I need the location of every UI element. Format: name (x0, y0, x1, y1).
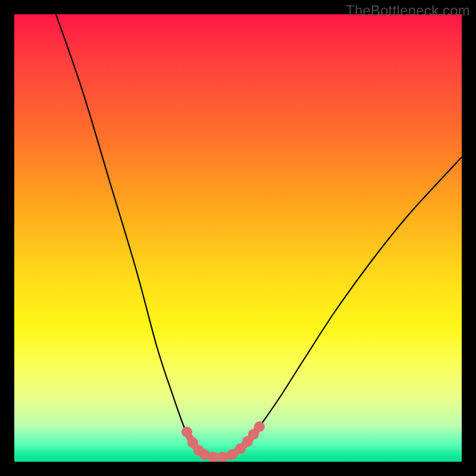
highlight-dot (181, 427, 192, 437)
bottleneck-curve (56, 14, 462, 458)
chart-plot-area (14, 14, 462, 462)
chart-svg (14, 14, 462, 462)
watermark-text: TheBottleneck.com (346, 2, 470, 19)
highlight-dot (254, 421, 265, 432)
highlight-markers (181, 421, 265, 462)
curve-group (56, 14, 462, 462)
